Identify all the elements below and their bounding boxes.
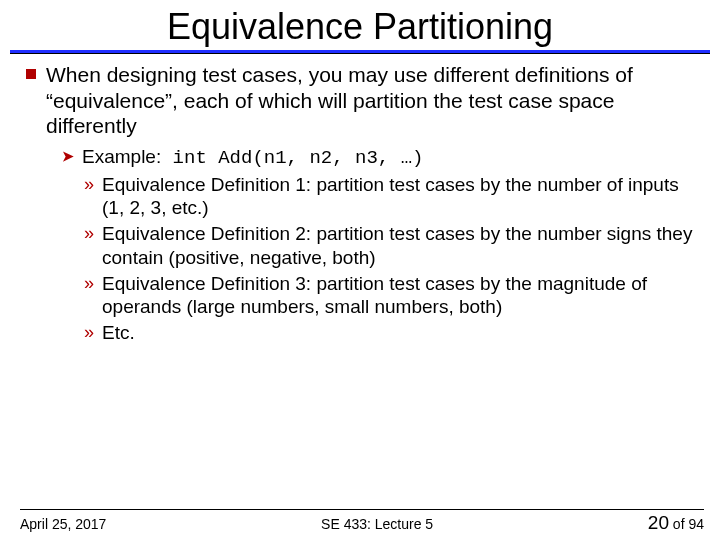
sub-list: ➤ Example: int Add(n1, n2, n3, …) » Equi… <box>62 145 694 345</box>
raquo-bullet-icon: » <box>84 174 94 195</box>
def-text: Etc. <box>102 321 135 345</box>
page-of: of 94 <box>669 516 704 532</box>
sub-item: ➤ Example: int Add(n1, n2, n3, …) <box>62 145 694 171</box>
slide-footer: April 25, 2017 SE 433: Lecture 5 20 of 9… <box>0 509 720 534</box>
footer-course: SE 433: Lecture 5 <box>106 516 647 532</box>
example-label: Example: <box>82 146 161 167</box>
example-code: int Add(n1, n2, n3, …) <box>161 147 423 169</box>
footer-divider <box>20 509 704 510</box>
def-text: Equivalence Definition 1: partition test… <box>102 173 694 221</box>
footer-page: 20 of 94 <box>648 512 704 534</box>
subsub-item: » Equivalence Definition 2: partition te… <box>84 222 694 270</box>
subsub-list: » Equivalence Definition 1: partition te… <box>84 173 694 345</box>
slide: Equivalence Partitioning When designing … <box>0 0 720 540</box>
footer-date: April 25, 2017 <box>20 516 106 532</box>
slide-body: When designing test cases, you may use d… <box>0 54 720 540</box>
raquo-bullet-icon: » <box>84 223 94 244</box>
arrow-bullet-icon: ➤ <box>62 148 74 164</box>
bullet-text: When designing test cases, you may use d… <box>46 62 694 139</box>
subsub-item: » Etc. <box>84 321 694 345</box>
raquo-bullet-icon: » <box>84 273 94 294</box>
def-text: Equivalence Definition 2: partition test… <box>102 222 694 270</box>
subsub-item: » Equivalence Definition 3: partition te… <box>84 272 694 320</box>
subsub-item: » Equivalence Definition 1: partition te… <box>84 173 694 221</box>
square-bullet-icon <box>26 69 36 79</box>
def-text: Equivalence Definition 3: partition test… <box>102 272 694 320</box>
page-current: 20 <box>648 512 669 533</box>
example-line: Example: int Add(n1, n2, n3, …) <box>82 145 423 171</box>
bullet-item: When designing test cases, you may use d… <box>26 62 694 139</box>
slide-title: Equivalence Partitioning <box>0 0 720 50</box>
raquo-bullet-icon: » <box>84 322 94 343</box>
footer-row: April 25, 2017 SE 433: Lecture 5 20 of 9… <box>20 512 704 534</box>
